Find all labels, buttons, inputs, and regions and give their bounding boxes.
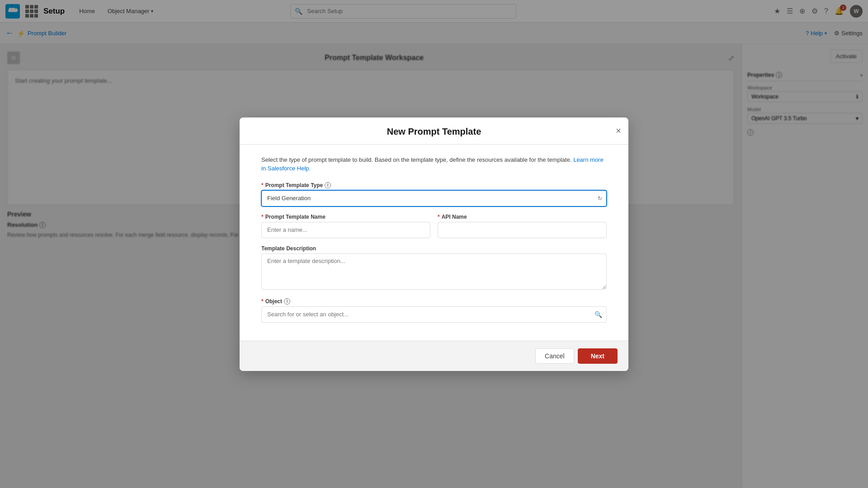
api-name-group: * API Name [438, 214, 607, 238]
modal-title: New Prompt Template [250, 127, 618, 137]
template-name-input[interactable] [261, 222, 430, 238]
template-name-group: * Prompt Template Name [261, 214, 430, 238]
next-button[interactable]: Next [578, 348, 618, 364]
object-label: * Object i [261, 298, 607, 305]
prompt-template-type-label: * Prompt Template Type i [261, 182, 607, 188]
description-text: Select the type of prompt template to bu… [261, 155, 607, 173]
modal-overlay: New Prompt Template × Select the type of… [0, 0, 868, 488]
object-search-wrapper: 🔍 [261, 306, 607, 323]
description-label: Template Description [261, 245, 607, 252]
template-type-select-wrapper: Field Generation Sales Email Custom ↻ [261, 190, 607, 206]
template-type-info-icon[interactable]: i [325, 182, 331, 188]
object-group: * Object i 🔍 [261, 298, 607, 323]
api-name-input[interactable] [438, 222, 607, 238]
modal-body: Select the type of prompt template to bu… [240, 145, 628, 341]
description-textarea[interactable] [261, 253, 607, 290]
api-name-label: * API Name [438, 214, 607, 220]
name-api-row: * Prompt Template Name * API Name [261, 214, 607, 245]
object-search-input[interactable] [261, 306, 607, 323]
modal-close-button[interactable]: × [616, 126, 621, 136]
cancel-button[interactable]: Cancel [535, 348, 574, 364]
new-prompt-template-modal: New Prompt Template × Select the type of… [240, 117, 628, 371]
modal-footer: Cancel Next [240, 341, 628, 371]
description-group: Template Description [261, 245, 607, 291]
object-info-icon[interactable]: i [284, 298, 290, 305]
required-star: * [261, 182, 264, 188]
modal-header: New Prompt Template × [240, 117, 628, 145]
prompt-template-type-group: * Prompt Template Type i Field Generatio… [261, 182, 607, 206]
template-type-select[interactable]: Field Generation Sales Email Custom [261, 190, 607, 206]
template-name-label: * Prompt Template Name [261, 214, 430, 220]
